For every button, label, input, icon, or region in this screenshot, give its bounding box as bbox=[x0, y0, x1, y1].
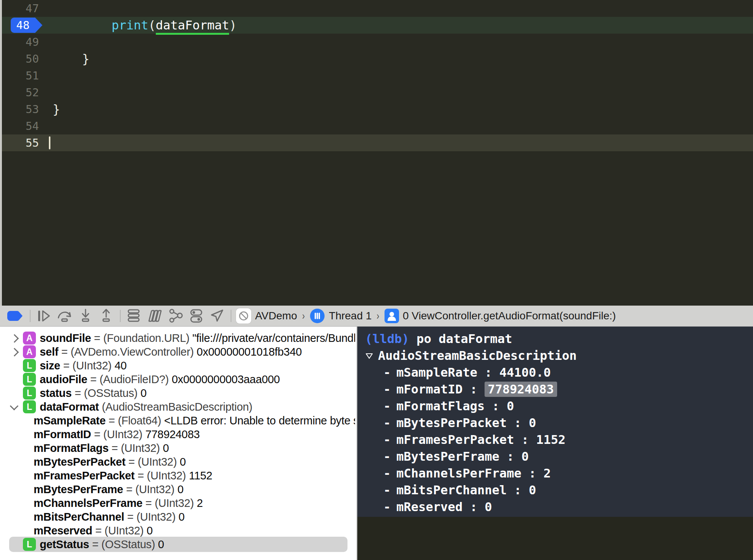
breakpoints-toggle-button[interactable] bbox=[6, 308, 24, 324]
variables-rows: AsoundFile = (Foundation.URL) "file:///p… bbox=[0, 331, 357, 551]
list-dash: - bbox=[383, 364, 391, 381]
variable-value: 1152 bbox=[186, 469, 212, 482]
step-over-button[interactable] bbox=[56, 308, 73, 324]
editor-lines: 4748print(dataFormat)4950}515253}5455 bbox=[0, 0, 753, 151]
variable-text: mBitsPerChannel = (UInt32) 0 bbox=[0, 510, 355, 524]
variable-type: (UInt32) bbox=[105, 524, 144, 537]
line-number[interactable]: 54 bbox=[0, 118, 39, 134]
debug-memory-graph-button[interactable] bbox=[167, 308, 184, 324]
code-token: print bbox=[111, 18, 148, 32]
equals-sign: = bbox=[72, 387, 84, 399]
text-cursor bbox=[49, 136, 50, 149]
variable-row[interactable]: mChannelsPerFrame = (UInt32) 2 bbox=[0, 496, 357, 510]
variable-text: status = (OSStatus) 0 bbox=[0, 386, 355, 400]
equals-sign bbox=[99, 401, 102, 413]
variable-text: getStatus = (OSStatus) 0 bbox=[0, 537, 355, 551]
breadcrumb-app[interactable]: AVDemo bbox=[255, 310, 297, 322]
layers-icon bbox=[146, 308, 163, 324]
variable-name: getStatus bbox=[40, 538, 89, 550]
equals-sign: = bbox=[87, 373, 100, 385]
debug-view-list-button[interactable] bbox=[125, 308, 142, 324]
equals-sign: = bbox=[108, 442, 121, 454]
variable-row[interactable]: Lstatus = (OSStatus) 0 bbox=[0, 386, 357, 400]
variable-value: 0 bbox=[177, 456, 186, 468]
editor-line[interactable]: 49 bbox=[0, 34, 753, 50]
list-dash: - bbox=[383, 398, 391, 414]
variable-row[interactable]: Aself = (AVDemo.ViewController) 0x000000… bbox=[0, 345, 357, 359]
line-number[interactable]: 52 bbox=[0, 84, 39, 101]
console-text: mBitsPerChannel : 0 bbox=[396, 483, 536, 497]
variable-type: (UInt32) bbox=[73, 359, 111, 372]
step-out-button[interactable] bbox=[98, 308, 115, 324]
editor-line[interactable]: 52 bbox=[0, 84, 753, 101]
continue-button[interactable] bbox=[35, 308, 52, 324]
debug-toolbar: AVDemo › Thread 1 › 0 ViewController.get… bbox=[0, 306, 753, 327]
variable-text: mFramesPerPacket = (UInt32) 1152 bbox=[0, 469, 355, 482]
breakpoint-badge[interactable]: 48 bbox=[11, 18, 35, 33]
equals-sign: = bbox=[58, 346, 71, 358]
code-token: ) bbox=[229, 18, 236, 32]
line-number[interactable]: 50 bbox=[0, 50, 39, 67]
code-editor[interactable]: 4748print(dataFormat)4950}515253}5455 bbox=[0, 0, 753, 306]
disclosure-triangle-icon[interactable] bbox=[365, 347, 373, 364]
editor-line[interactable]: 55 bbox=[0, 134, 753, 151]
editor-line[interactable]: 50} bbox=[0, 50, 753, 67]
thread-icon[interactable] bbox=[310, 308, 325, 324]
console-output-line: -mBitsPerChannel : 0 bbox=[364, 482, 753, 498]
variable-row[interactable]: LaudioFile = (AudioFileID?) 0x0000000003… bbox=[0, 372, 357, 386]
stack-frame-icon[interactable] bbox=[385, 308, 399, 324]
step-into-button[interactable] bbox=[77, 308, 94, 324]
breadcrumb-chevron: › bbox=[377, 310, 380, 322]
variable-name: mFormatFlags bbox=[34, 442, 108, 454]
variable-row[interactable]: Lsize = (UInt32) 40 bbox=[0, 359, 357, 372]
variable-type: (Foundation.URL) bbox=[103, 332, 189, 344]
variable-row[interactable]: mFormatFlags = (UInt32) 0 bbox=[0, 441, 357, 455]
code-line-content: print(dataFormat) bbox=[53, 17, 237, 34]
breadcrumb-thread[interactable]: Thread 1 bbox=[329, 310, 372, 322]
location-arrow-icon bbox=[208, 308, 225, 324]
editor-line[interactable]: 48print(dataFormat) bbox=[0, 17, 753, 34]
editor-line[interactable]: 47 bbox=[0, 0, 753, 17]
variable-row[interactable]: AsoundFile = (Foundation.URL) "file:///p… bbox=[0, 331, 357, 345]
console-text: mBytesPerFrame : 0 bbox=[396, 449, 529, 464]
line-number[interactable]: 47 bbox=[0, 0, 39, 17]
variable-text: self = (AVDemo.ViewController) 0x0000000… bbox=[0, 345, 355, 359]
lldb-prompt: (lldb) bbox=[365, 332, 409, 346]
simulate-location-button[interactable] bbox=[208, 308, 225, 324]
lldb-console[interactable]: (lldb) po dataFormatAudioStreamBasicDesc… bbox=[357, 327, 753, 560]
line-number[interactable]: 53 bbox=[0, 101, 39, 118]
variable-text: mBytesPerFrame = (UInt32) 0 bbox=[0, 482, 355, 496]
equals-sign: = bbox=[91, 428, 103, 440]
toolbar-separator bbox=[30, 310, 31, 322]
code-token: } bbox=[53, 102, 60, 117]
variable-row[interactable]: mSampleRate = (Float64) <LLDB error: Una… bbox=[0, 414, 357, 427]
variables-view[interactable]: AsoundFile = (Foundation.URL) "file:///p… bbox=[0, 327, 357, 560]
editor-line[interactable]: 51 bbox=[0, 67, 753, 84]
app-placeholder-icon[interactable] bbox=[236, 308, 251, 324]
variable-row[interactable]: mBitsPerChannel = (UInt32) 0 bbox=[0, 510, 357, 524]
variable-type: (OSStatus) bbox=[102, 538, 155, 550]
equals-sign: = bbox=[89, 538, 101, 550]
variable-row[interactable]: mBytesPerFrame = (UInt32) 0 bbox=[0, 482, 357, 496]
breadcrumb-frame[interactable]: 0 ViewController.getAudioFormat(soundFil… bbox=[403, 310, 616, 322]
environment-overrides-button[interactable] bbox=[188, 308, 205, 324]
console-output-line: -mReserved : 0 bbox=[364, 498, 753, 515]
line-number[interactable]: 51 bbox=[0, 67, 39, 84]
variable-row[interactable]: LgetStatus = (OSStatus) 0 bbox=[0, 537, 357, 551]
line-number[interactable]: 55 bbox=[0, 134, 39, 151]
breadcrumb-chevron: › bbox=[302, 310, 305, 322]
editor-line[interactable]: 53} bbox=[0, 101, 753, 118]
variable-row[interactable]: LdataFormat (AudioStreamBasicDescription… bbox=[0, 400, 357, 414]
variable-value: 778924083 bbox=[142, 428, 200, 440]
variable-row[interactable]: mBytesPerPacket = (UInt32) 0 bbox=[0, 455, 357, 469]
variable-row[interactable]: mReserved = (UInt32) 0 bbox=[0, 524, 357, 537]
debug-view-hierarchy-button[interactable] bbox=[146, 308, 163, 324]
console-output-line: -mBytesPerFrame : 0 bbox=[364, 448, 753, 465]
variable-row[interactable]: mFramesPerPacket = (UInt32) 1152 bbox=[0, 469, 357, 482]
editor-line[interactable]: 54 bbox=[0, 118, 753, 134]
console-output: (lldb) po dataFormatAudioStreamBasicDesc… bbox=[357, 327, 753, 517]
variable-row[interactable]: mFormatID = (UInt32) 778924083 bbox=[0, 427, 357, 441]
console-text: mBytesPerPacket : 0 bbox=[396, 416, 536, 430]
line-number[interactable]: 49 bbox=[0, 34, 39, 50]
code-token: dataFormat bbox=[156, 18, 229, 35]
